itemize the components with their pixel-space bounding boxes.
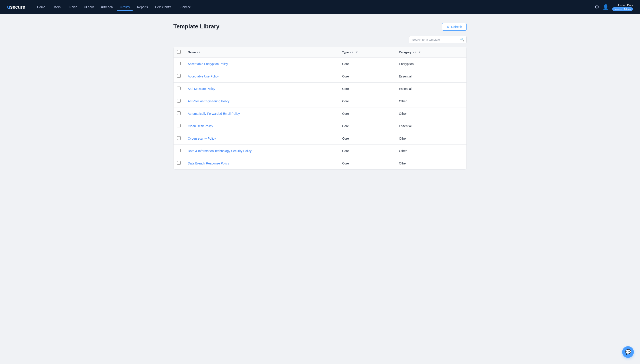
search-input[interactable] <box>409 36 467 43</box>
type-filter-icon[interactable]: ▼ <box>355 50 358 54</box>
category-filter-icon[interactable]: ▼ <box>418 50 421 54</box>
nav-link-home[interactable]: Home <box>34 4 49 11</box>
row-checkbox-5[interactable] <box>177 124 181 128</box>
row-checkbox-cell <box>173 58 184 70</box>
row-checkbox-2[interactable] <box>177 86 181 90</box>
policy-link-2[interactable]: Anti-Malware Policy <box>188 87 215 90</box>
policy-table: Name ▲▼ Type ▲▼ ▼ Category <box>173 47 467 169</box>
table-row: Clean Desk Policy Core Essential <box>173 120 467 132</box>
policy-link-3[interactable]: Anti-Social-Engineering Policy <box>188 100 230 103</box>
nav-link-help-centre[interactable]: Help Centre <box>152 4 175 11</box>
admin-badge: usecure Admin <box>612 7 633 11</box>
row-type-cell: Core <box>339 70 395 82</box>
header-type-label: Type <box>342 50 349 54</box>
policy-link-0[interactable]: Acceptable Encryption Policy <box>188 62 228 66</box>
header-type: Type ▲▼ ▼ <box>339 47 395 58</box>
row-type-cell: Core <box>339 82 395 95</box>
table-row: Acceptable Encryption Policy Core Encryp… <box>173 58 467 70</box>
nav-link-uphish[interactable]: uPhish <box>65 4 80 11</box>
row-category-cell: Essential <box>395 82 467 95</box>
navbar: usecure HomeUsersuPhishuLearnuBreachuPol… <box>0 0 640 14</box>
row-category-cell: Other <box>395 157 467 170</box>
nav-link-reports[interactable]: Reports <box>134 4 151 11</box>
row-checkbox-cell <box>173 145 184 157</box>
settings-icon[interactable]: ⚙ <box>595 4 599 10</box>
table-row: Data & Information Technology Security P… <box>173 145 467 157</box>
row-type-cell: Core <box>339 120 395 132</box>
row-checkbox-7[interactable] <box>177 149 181 152</box>
row-checkbox-cell <box>173 95 184 108</box>
row-checkbox-8[interactable] <box>177 161 181 165</box>
nav-link-uservice[interactable]: uService <box>175 4 194 11</box>
policy-link-5[interactable]: Clean Desk Policy <box>188 124 213 128</box>
nav-link-users[interactable]: Users <box>49 4 64 11</box>
table-row: Automatically Forwarded Email Policy Cor… <box>173 108 467 120</box>
header-name-label: Name <box>188 50 195 54</box>
row-checkbox-cell <box>173 82 184 95</box>
row-name-cell: Acceptable Use Policy <box>184 70 339 82</box>
row-checkbox-1[interactable] <box>177 74 181 78</box>
main-content: Template Library ↻ Refresh 🔍 Name <box>164 14 476 178</box>
nav-right: ⚙ 👤 Jordan Daly usecure Admin <box>595 4 633 11</box>
header-category-label: Category <box>399 50 411 54</box>
user-info: Jordan Daly usecure Admin <box>612 4 633 11</box>
logo-u: u <box>7 4 10 10</box>
policy-link-1[interactable]: Acceptable Use Policy <box>188 74 219 78</box>
policy-link-7[interactable]: Data & Information Technology Security P… <box>188 149 252 153</box>
refresh-icon: ↻ <box>447 25 449 29</box>
logo-secure: secure <box>10 4 25 10</box>
nav-links: HomeUsersuPhishuLearnuBreachuPolicyRepor… <box>34 4 595 11</box>
row-checkbox-0[interactable] <box>177 62 181 65</box>
row-name-cell: Data Breach Response Policy <box>184 157 339 170</box>
row-checkbox-4[interactable] <box>177 112 181 115</box>
name-sort-icon[interactable]: ▲▼ <box>196 51 200 53</box>
nav-link-upolicy[interactable]: uPolicy <box>117 4 133 11</box>
header-category: Category ▲▼ ▼ <box>395 47 467 58</box>
row-category-cell: Other <box>395 132 467 145</box>
chat-icon: 💬 <box>625 349 631 355</box>
policy-link-6[interactable]: Cybersecurity Policy <box>188 137 216 140</box>
nav-link-ulearn[interactable]: uLearn <box>81 4 97 11</box>
search-icon: 🔍 <box>460 38 465 42</box>
row-name-cell: Acceptable Encryption Policy <box>184 58 339 70</box>
category-sort-icon[interactable]: ▲▼ <box>412 51 416 53</box>
row-category-cell: Essential <box>395 120 467 132</box>
row-name-cell: Anti-Social-Engineering Policy <box>184 95 339 108</box>
row-name-cell: Automatically Forwarded Email Policy <box>184 108 339 120</box>
row-checkbox-cell <box>173 132 184 145</box>
table-row: Acceptable Use Policy Core Essential <box>173 70 467 82</box>
page-title: Template Library <box>173 23 220 30</box>
logo: usecure <box>7 4 25 10</box>
nav-link-ubreach[interactable]: uBreach <box>98 4 116 11</box>
refresh-button[interactable]: ↻ Refresh <box>442 23 467 31</box>
search-row: 🔍 <box>173 36 467 43</box>
type-sort-icon[interactable]: ▲▼ <box>350 51 354 53</box>
row-type-cell: Core <box>339 95 395 108</box>
row-checkbox-3[interactable] <box>177 99 181 102</box>
row-type-cell: Core <box>339 58 395 70</box>
table-body: Acceptable Encryption Policy Core Encryp… <box>173 58 467 170</box>
table-row: Data Breach Response Policy Core Other <box>173 157 467 170</box>
user-icon[interactable]: 👤 <box>603 4 609 10</box>
policy-link-8[interactable]: Data Breach Response Policy <box>188 162 229 165</box>
row-checkbox-6[interactable] <box>177 136 181 140</box>
row-checkbox-cell <box>173 70 184 82</box>
table-row: Cybersecurity Policy Core Other <box>173 132 467 145</box>
row-category-cell: Essential <box>395 70 467 82</box>
username: Jordan Daly <box>617 4 633 7</box>
select-all-checkbox[interactable] <box>177 50 181 54</box>
row-name-cell: Data & Information Technology Security P… <box>184 145 339 157</box>
search-box: 🔍 <box>409 36 467 43</box>
table-header: Name ▲▼ Type ▲▼ ▼ Category <box>173 47 467 58</box>
row-checkbox-cell <box>173 157 184 170</box>
row-type-cell: Core <box>339 132 395 145</box>
row-name-cell: Clean Desk Policy <box>184 120 339 132</box>
refresh-label: Refresh <box>451 25 462 29</box>
row-checkbox-cell <box>173 120 184 132</box>
policy-link-4[interactable]: Automatically Forwarded Email Policy <box>188 112 240 116</box>
chat-button[interactable]: 💬 <box>622 346 634 358</box>
row-checkbox-cell <box>173 108 184 120</box>
table-container: Name ▲▼ Type ▲▼ ▼ Category <box>173 47 467 170</box>
row-name-cell: Anti-Malware Policy <box>184 82 339 95</box>
row-type-cell: Core <box>339 145 395 157</box>
